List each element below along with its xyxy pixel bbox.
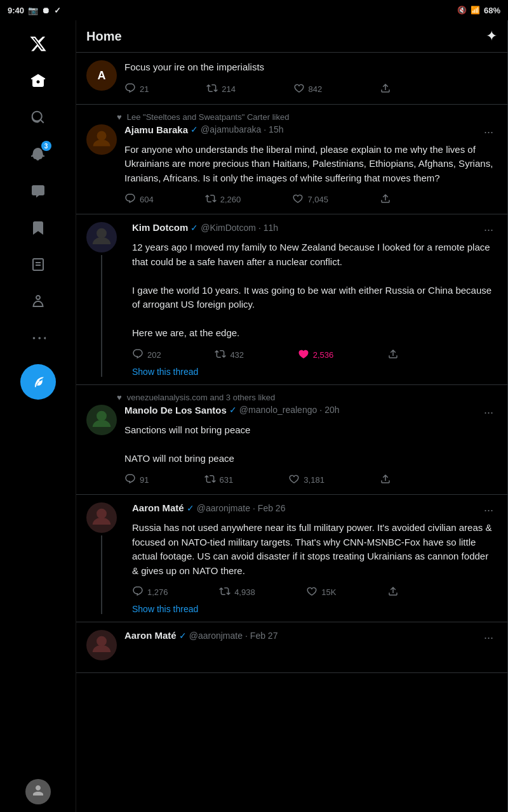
record-icon: ⏺ xyxy=(42,6,50,15)
retweet-action-manolo[interactable]: 631 xyxy=(204,473,234,487)
heart-icon: ♥ xyxy=(117,112,122,122)
svg-point-3 xyxy=(97,509,107,519)
like-action-kim[interactable]: 2,536 xyxy=(298,348,334,362)
sidebar-item-more[interactable] xyxy=(22,322,54,354)
reply-action-ajamu[interactable]: 604 xyxy=(124,193,154,206)
reply-icon-manolo xyxy=(124,473,136,487)
retweet-action-aaron1[interactable]: 4,938 xyxy=(219,586,255,599)
twitter-logo-icon[interactable] xyxy=(22,28,54,60)
tweet-handle-ajamu: @ajamubaraka xyxy=(201,124,261,134)
tweet-header-manolo: Manolo De Los Santos ✓ @manolo_realengo … xyxy=(124,405,497,421)
like-count-aaron1: 15K xyxy=(321,587,336,597)
liked-by-text-manolo: venezuelanalysis.com and 3 others liked xyxy=(127,393,275,402)
wifi-icon: 📶 xyxy=(471,6,480,15)
share-icon xyxy=(380,82,391,96)
like-icon-kim xyxy=(298,348,309,362)
like-action[interactable]: 842 xyxy=(293,82,323,96)
reply-icon-aaron1 xyxy=(132,586,144,599)
share-action-kim[interactable] xyxy=(387,348,399,362)
tweet-more-ajamu[interactable]: ··· xyxy=(480,124,497,140)
tweet-avatar-aaron1[interactable] xyxy=(86,502,117,533)
sidebar-item-home[interactable] xyxy=(22,65,54,96)
tweet-header-aaron2: Aaron Maté ✓ @aaronjmate · Feb 27 ··· xyxy=(124,630,497,646)
reply-count-ajamu: 604 xyxy=(140,195,154,204)
tweet-handle-aaron1: @aaronjmate xyxy=(197,503,250,513)
retweet-count-manolo: 631 xyxy=(220,475,234,485)
tweet-time-ajamu: 15h xyxy=(269,124,283,134)
sparkle-icon[interactable]: ✦ xyxy=(486,28,497,44)
tweet-actions-ajamu: 604 2,260 7,045 xyxy=(124,193,391,206)
sidebar-item-notifications[interactable]: 3 xyxy=(22,138,54,170)
share-icon-manolo xyxy=(380,473,391,487)
tweet-handle-manolo: @manolo_realengo xyxy=(239,405,317,415)
like-count: 842 xyxy=(309,84,323,94)
tweet-more-aaron2[interactable]: ··· xyxy=(480,630,497,646)
tweet-time-manolo: 20h xyxy=(324,405,339,415)
time: 9:40 xyxy=(8,6,24,15)
liked-by-ajamu: ♥ Lee "Steeltoes and Sweatpants" Carter … xyxy=(86,112,497,122)
retweet-count-kim: 432 xyxy=(230,350,244,360)
tweet-more-aaron1[interactable]: ··· xyxy=(480,502,497,518)
like-action-ajamu[interactable]: 7,045 xyxy=(292,193,328,206)
tweet-avatar-kim[interactable] xyxy=(86,222,117,252)
reply-action-kim[interactable]: 202 xyxy=(132,348,161,362)
share-action-aaron1[interactable] xyxy=(387,586,399,599)
main-content: Home ✦ A Focus your ire on the imperiali… xyxy=(76,20,508,812)
tweet-ajamu: ♥ Lee "Steeltoes and Sweatpants" Carter … xyxy=(76,105,507,215)
sidebar-item-messages[interactable] xyxy=(22,175,54,207)
share-action-ajamu[interactable] xyxy=(380,193,391,206)
tweet-handle-aaron2: @aaronjmate xyxy=(189,631,243,641)
user-avatar-sidebar[interactable] xyxy=(25,779,51,804)
show-thread-aaron1[interactable]: Show this thread xyxy=(132,604,497,614)
sidebar-item-search[interactable] xyxy=(22,102,54,133)
verified-badge-manolo: ✓ xyxy=(229,405,237,415)
tweet-avatar-manolo[interactable] xyxy=(86,405,117,435)
compose-button[interactable] xyxy=(20,364,56,400)
photo-icon: 📷 xyxy=(28,6,38,15)
show-thread-kim[interactable]: Show this thread xyxy=(132,367,497,377)
tweet-aaron2: Aaron Maté ✓ @aaronjmate · Feb 27 ··· xyxy=(76,622,507,673)
like-icon-ajamu xyxy=(292,193,304,206)
tweet-avatar-aaron2[interactable] xyxy=(86,630,117,660)
retweet-action-ajamu[interactable]: 2,260 xyxy=(205,193,241,206)
tweet-header-kim: Kim Dotcom ✓ @KimDotcom · 11h ··· xyxy=(132,222,497,238)
tweet-more-manolo[interactable]: ··· xyxy=(480,405,497,421)
retweet-icon-kim xyxy=(215,348,226,362)
sidebar-item-lists[interactable] xyxy=(22,249,54,280)
retweet-count-aaron1: 4,938 xyxy=(234,587,255,597)
tweet-kim: Kim Dotcom ✓ @KimDotcom · 11h ··· 12 yea… xyxy=(76,214,507,385)
share-action[interactable] xyxy=(380,82,391,96)
tweet-text: Focus your ire on the imperialists xyxy=(124,60,497,75)
tweet-more-kim[interactable]: ··· xyxy=(480,222,497,238)
svg-point-0 xyxy=(97,131,107,140)
tweet-header-aaron1: Aaron Maté ✓ @aaronjmate · Feb 26 ··· xyxy=(132,502,497,518)
retweet-action-kim[interactable]: 432 xyxy=(215,348,244,362)
like-action-aaron1[interactable]: 15K xyxy=(306,586,336,599)
share-action-manolo[interactable] xyxy=(380,473,391,487)
verified-badge-aaron2: ✓ xyxy=(179,631,187,641)
tweet-avatar-ajamu[interactable] xyxy=(86,124,117,155)
verified-badge-kim: ✓ xyxy=(190,223,198,233)
like-action-manolo[interactable]: 3,181 xyxy=(288,473,324,487)
reply-icon-kim xyxy=(132,348,144,362)
like-count-ajamu: 7,045 xyxy=(307,195,328,204)
reply-action-aaron1[interactable]: 1,276 xyxy=(132,586,168,599)
svg-point-2 xyxy=(97,410,107,421)
tweet-name-manolo: Manolo De Los Santos xyxy=(124,405,227,416)
reply-icon xyxy=(124,82,136,96)
tweet-actions: 21 214 842 xyxy=(124,82,391,96)
like-icon xyxy=(293,82,305,96)
retweet-action[interactable]: 214 xyxy=(206,82,236,96)
tweet-name-aaron1: Aaron Maté xyxy=(132,502,184,513)
reply-action-manolo[interactable]: 91 xyxy=(124,473,149,487)
page-title: Home xyxy=(86,29,122,44)
check-icon: ✓ xyxy=(54,6,61,15)
tweet-header-ajamu: Ajamu Baraka ✓ @ajamubaraka · 15h ··· xyxy=(124,124,497,140)
svg-point-1 xyxy=(97,228,107,239)
tweet-actions-kim: 202 432 2,536 xyxy=(132,348,399,362)
reply-action[interactable]: 21 xyxy=(124,82,149,96)
sidebar-item-profile[interactable] xyxy=(22,285,54,317)
retweet-icon-aaron1 xyxy=(219,586,231,599)
verified-badge-ajamu: ✓ xyxy=(190,124,198,134)
sidebar-item-bookmarks[interactable] xyxy=(22,212,54,244)
